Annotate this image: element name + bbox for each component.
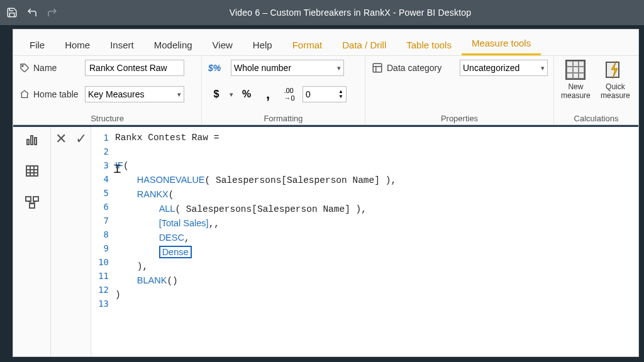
home-table-select[interactable]: Key Measures▾: [85, 86, 184, 102]
tab-data-drill[interactable]: Data / Drill: [332, 33, 396, 55]
data-view-icon[interactable]: [25, 163, 40, 181]
group-label-properties: Properties: [372, 114, 547, 123]
formula-bar-actions: ✕ ✓: [51, 127, 91, 356]
tab-help[interactable]: Help: [243, 33, 282, 55]
chevron-down-icon[interactable]: ▾: [230, 90, 233, 99]
quick-measure-button[interactable]: Quick measure: [599, 60, 632, 100]
stepper-icons[interactable]: ▲▼: [338, 89, 343, 99]
decimals-input[interactable]: 0 ▲▼: [303, 86, 347, 102]
decimal-places-button[interactable]: .00→0: [281, 86, 297, 102]
undo-icon[interactable]: [24, 4, 40, 21]
chevron-down-icon: ▾: [177, 90, 181, 99]
ribbon-tabs: File Home Insert Modeling View Help Form…: [13, 30, 638, 56]
percent-format-button[interactable]: %: [238, 86, 255, 102]
group-label-structure: Structure: [19, 114, 195, 123]
ribbon-group-structure: Name Home table Key Measures▾: [13, 56, 202, 124]
window-title: Video 6 – Custom Tiebreakers in RankX - …: [60, 8, 640, 18]
thousands-separator-button[interactable]: ,: [260, 86, 276, 102]
ribbon-group-formatting: $% Whole number▾ $ ▾ % , .00→0: [202, 56, 365, 124]
tab-file[interactable]: File: [19, 33, 55, 55]
model-view-icon[interactable]: [25, 195, 40, 212]
save-icon[interactable]: [4, 4, 20, 21]
quick-measure-icon: [605, 60, 625, 80]
line-number-gutter: 12345678910111213: [91, 127, 113, 356]
commit-formula-icon[interactable]: ✓: [73, 129, 89, 148]
svg-point-0: [22, 65, 23, 67]
svg-rect-14: [33, 197, 38, 201]
redo-icon[interactable]: [44, 4, 60, 21]
svg-rect-7: [35, 138, 36, 145]
svg-rect-6: [31, 136, 33, 145]
dax-code[interactable]: Rankx Contest Raw = IF( HASONEVALUE( Sal…: [113, 127, 638, 356]
titlebar: Video 6 – Custom Tiebreakers in RankX - …: [0, 0, 644, 25]
workspace: ✕ ✓ 12345678910111213 Rankx Contest Raw …: [13, 125, 638, 356]
report-view-icon[interactable]: [25, 132, 40, 150]
ribbon-group-calculations: New measure Quick measure Calculations: [554, 56, 638, 124]
home-table-label: Home table: [19, 89, 80, 99]
new-measure-button[interactable]: New measure: [560, 60, 591, 100]
tab-home[interactable]: Home: [55, 33, 100, 55]
tab-modeling[interactable]: Modeling: [144, 33, 203, 55]
tab-format[interactable]: Format: [282, 33, 333, 55]
view-switcher: [13, 127, 51, 356]
ribbon-group-properties: Data category Uncategorized▾ Properties: [365, 56, 554, 124]
chevron-down-icon: ▾: [337, 64, 341, 72]
tab-measure-tools[interactable]: Measure tools: [462, 31, 541, 55]
calculator-icon: [565, 60, 586, 80]
tab-insert[interactable]: Insert: [100, 33, 144, 55]
tab-view[interactable]: View: [203, 33, 243, 55]
chevron-down-icon: ▾: [541, 64, 545, 72]
svg-rect-15: [30, 204, 35, 208]
ribbon: Name Home table Key Measures▾: [13, 56, 638, 125]
name-label: Name: [19, 63, 80, 73]
svg-rect-1: [373, 63, 382, 72]
svg-rect-13: [26, 197, 31, 201]
cancel-formula-icon[interactable]: ✕: [53, 129, 69, 148]
measure-name-input[interactable]: [85, 60, 184, 76]
format-icon: $%: [208, 63, 226, 73]
formula-editor[interactable]: 12345678910111213 Rankx Contest Raw = IF…: [91, 127, 638, 356]
data-category-label: Data category: [372, 62, 455, 74]
group-label-formatting: Formatting: [208, 114, 358, 123]
format-select[interactable]: Whole number▾: [231, 60, 344, 76]
tab-table-tools[interactable]: Table tools: [396, 33, 462, 55]
data-category-select[interactable]: Uncategorized▾: [460, 60, 548, 76]
group-label-calculations: Calculations: [560, 114, 632, 123]
svg-rect-8: [26, 166, 38, 176]
currency-format-button[interactable]: $: [208, 86, 225, 102]
quick-access-toolbar: [4, 4, 60, 21]
svg-rect-5: [27, 140, 29, 145]
